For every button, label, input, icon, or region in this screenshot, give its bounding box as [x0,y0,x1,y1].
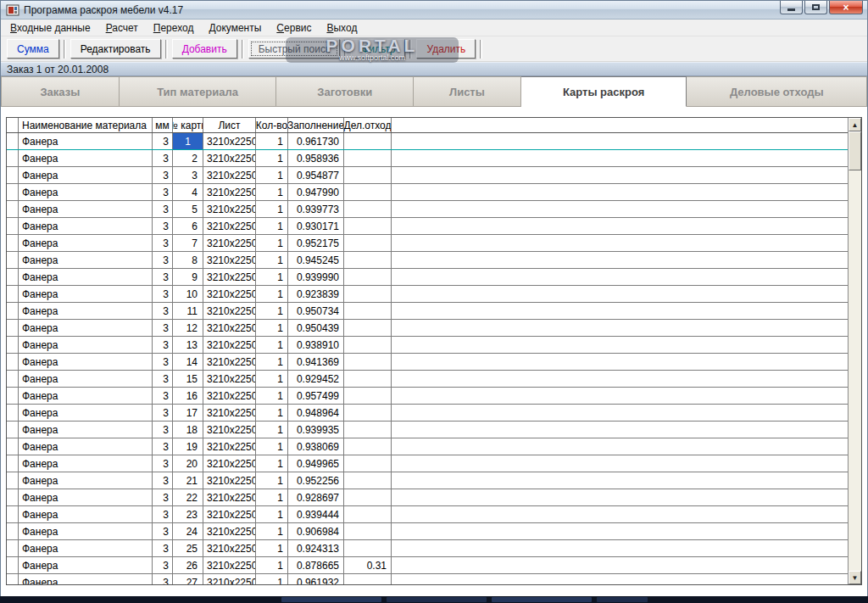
cell-sheet[interactable]: 3210x2250 [203,438,256,455]
cell-mm[interactable]: 3 [153,574,173,584]
cell-waste[interactable] [344,371,392,387]
cell-qty[interactable]: 1 [256,388,288,404]
cell-fill[interactable]: 0.961932 [288,574,344,584]
close-button[interactable]: × [829,1,863,14]
cell-sheet[interactable]: 3210x2250 [203,489,256,505]
menu-item[interactable]: Расчет [98,20,146,36]
cell-card[interactable]: 12 [173,320,203,336]
cell-qty[interactable]: 1 [256,540,288,556]
cell-qty[interactable]: 1 [256,422,288,438]
cell-mm[interactable]: 3 [153,303,173,319]
cell-sheet[interactable]: 3210x2250 [203,388,256,404]
cell-card[interactable]: 26 [173,557,203,573]
cell-sheet[interactable]: 3210x2250 [203,506,256,522]
cell-sheet[interactable]: 3210x2250 [203,320,256,336]
cell-card[interactable]: 22 [173,489,203,505]
cell-card[interactable]: 8 [173,252,203,268]
cell-sheet[interactable]: 3210x2250 [203,405,256,421]
cell-material[interactable]: Фанера [19,218,153,234]
cell-material[interactable]: Фанера [19,455,153,472]
cell-waste[interactable] [344,523,392,539]
cell-card[interactable]: 23 [173,506,203,522]
cell-material[interactable]: Фанера [19,489,153,505]
cell-fill[interactable]: 0.928697 [288,489,344,505]
cell-material[interactable]: Фанера [19,371,153,387]
cell-mm[interactable]: 3 [153,422,173,438]
cell-card[interactable]: 1 [173,133,203,149]
cell-qty[interactable]: 1 [256,184,288,200]
cell-qty[interactable]: 1 [256,354,288,370]
cell-waste[interactable] [344,269,392,285]
cell-sheet[interactable]: 3210x2250 [203,303,256,319]
cell-waste[interactable] [344,184,392,200]
cell-material[interactable]: Фанера [19,557,153,573]
cell-mm[interactable]: 3 [153,489,173,505]
cell-fill[interactable]: 0.939935 [288,422,344,438]
cell-sheet[interactable]: 3210x2250 [203,201,256,217]
cell-qty[interactable]: 1 [256,252,288,268]
cell-fill[interactable]: 0.952256 [288,472,344,489]
cell-card[interactable]: 20 [173,455,203,472]
tab-blanks[interactable]: Заготовки [276,76,414,107]
cell-card[interactable]: 19 [173,438,203,455]
scroll-thumb[interactable] [849,131,861,170]
cell-mm[interactable]: 3 [153,371,173,387]
cell-qty[interactable]: 1 [256,489,288,505]
cell-material[interactable]: Фанера [19,269,153,285]
cell-waste[interactable] [344,354,392,370]
cell-sheet[interactable]: 3210x2250 [203,133,256,149]
cell-qty[interactable]: 1 [256,557,288,573]
cell-sheet[interactable]: 3210x2250 [203,286,256,302]
cell-fill[interactable]: 0.939444 [288,506,344,522]
cell-card[interactable]: 13 [173,337,203,353]
cell-card[interactable]: 16 [173,388,203,404]
tab-orders[interactable]: Заказы [1,76,120,107]
cell-material[interactable]: Фанера [19,540,153,556]
cell-card[interactable]: 18 [173,422,203,438]
cell-material[interactable]: Фанера [19,405,153,421]
menu-item[interactable]: Выход [319,20,364,36]
cell-material[interactable]: Фанера [19,523,153,539]
cell-material[interactable]: Фанера [19,354,153,370]
quick-search-button[interactable]: Быстрый поиск [248,39,340,59]
cell-waste[interactable] [344,320,392,336]
cell-sheet[interactable]: 3210x2250 [203,371,256,387]
cell-material[interactable]: Фанера [19,506,153,522]
cell-sheet[interactable]: 3210x2250 [203,167,256,183]
cell-fill[interactable]: 0.923839 [288,286,344,302]
cell-mm[interactable]: 3 [153,235,173,251]
cell-material[interactable]: Фанера [19,167,153,183]
tab-usable-waste[interactable]: Деловые отходы [687,76,867,107]
cell-qty[interactable]: 1 [256,506,288,522]
cell-card[interactable]: 9 [173,269,203,285]
scroll-up-button[interactable]: ▲ [849,118,861,131]
cell-sheet[interactable]: 3210x2250 [203,455,256,472]
cell-card[interactable]: 6 [173,218,203,234]
cell-qty[interactable]: 1 [256,405,288,421]
cell-material[interactable]: Фанера [19,235,153,251]
cell-card[interactable]: 25 [173,540,203,556]
cell-qty[interactable]: 1 [256,235,288,251]
cell-material[interactable]: Фанера [19,150,153,166]
cell-card[interactable]: 5 [173,201,203,217]
cell-qty[interactable]: 1 [256,286,288,302]
cell-card[interactable]: 7 [173,235,203,251]
cell-sheet[interactable]: 3210x2250 [203,574,256,584]
cell-fill[interactable]: 0.939990 [288,269,344,285]
cell-card[interactable]: 4 [173,184,203,200]
cell-mm[interactable]: 3 [153,201,173,217]
cell-card[interactable]: 24 [173,523,203,539]
cell-fill[interactable]: 0.878665 [288,557,344,573]
cell-material[interactable]: Фанера [19,472,153,489]
cell-card[interactable]: 3 [173,167,203,183]
cell-waste[interactable] [344,337,392,353]
cell-fill[interactable]: 0.938910 [288,337,344,353]
cell-waste[interactable] [344,388,392,404]
cell-mm[interactable]: 3 [153,388,173,404]
cell-material[interactable]: Фанера [19,184,153,200]
cell-card[interactable]: 11 [173,303,203,319]
cell-fill[interactable]: 0.941369 [288,354,344,370]
cell-material[interactable]: Фанера [19,320,153,336]
cell-fill[interactable]: 0.957499 [288,388,344,404]
cell-card[interactable]: 10 [173,286,203,302]
